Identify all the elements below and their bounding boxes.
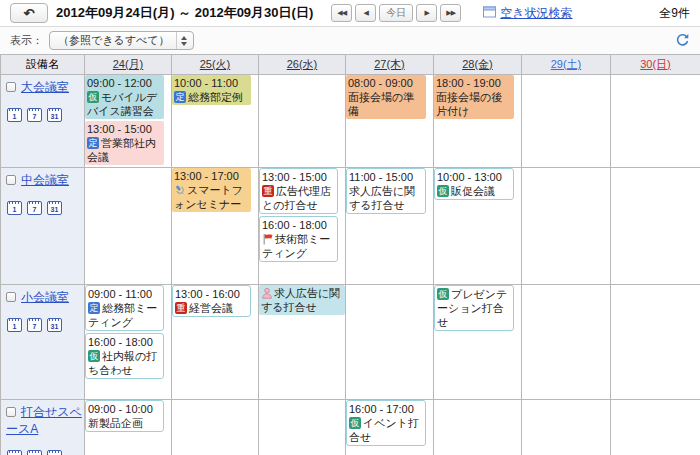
provisional-badge: 仮 [437, 185, 449, 197]
day-view-icon[interactable]: 1 [7, 318, 22, 332]
facility-checkbox[interactable] [6, 175, 16, 185]
day-header-link[interactable]: 27(木) [374, 58, 405, 70]
event[interactable]: 13:00 - 15:00定営業部社内会議 [85, 121, 164, 165]
facility-cell: 大会議室1731 [1, 75, 85, 168]
event-title-line: 新製品企画 [88, 416, 161, 430]
refresh-icon[interactable] [675, 33, 690, 48]
day-header: 24(月) [85, 55, 172, 75]
day-header-link[interactable]: 28(金) [462, 58, 493, 70]
calendar-window-icon [483, 4, 496, 22]
event-title: 販促会議 [451, 185, 495, 197]
event[interactable]: 09:00 - 10:00新製品企画 [85, 400, 164, 432]
day-cell: 13:00 - 15:00重広告代理店との打合せ16:00 - 18:00技術部… [259, 168, 346, 285]
day-cell [611, 75, 700, 168]
event[interactable]: 08:00 - 09:00面接会場の準備 [346, 75, 426, 119]
day-view-icon[interactable]: 1 [7, 450, 22, 455]
day-cell: 求人広告に関する打合せ [259, 285, 346, 400]
day-cell [522, 168, 611, 285]
day-header-link[interactable]: 25(火) [200, 58, 231, 70]
event[interactable]: 13:00 - 15:00重広告代理店との打合せ [259, 168, 338, 214]
week-view-icon[interactable]: 7 [27, 450, 42, 455]
event[interactable]: 16:00 - 18:00技術部ミーティング [259, 216, 338, 262]
view-switcher: 1731 [6, 108, 82, 122]
facility-link[interactable]: 大会議室 [21, 80, 69, 94]
filter-bar: 表示： （参照できるすべて） [0, 27, 700, 54]
event-time: 09:00 - 12:00 [87, 76, 162, 90]
day-header-link[interactable]: 26(水) [287, 58, 318, 70]
view-filter-label: 表示： [10, 33, 43, 48]
view-filter-select[interactable]: （参照できるすべて） [49, 31, 194, 50]
provisional-badge: 仮 [349, 417, 361, 429]
event[interactable]: 13:00 - 17:00スマートフォンセミナー [172, 168, 251, 212]
event[interactable]: 13:00 - 16:00重経営会議 [172, 285, 251, 317]
event-time: 13:00 - 15:00 [262, 170, 335, 184]
facility-checkbox[interactable] [6, 292, 16, 302]
facility-column-header: 設備名 [1, 55, 85, 75]
facility-checkbox[interactable] [6, 407, 16, 417]
next-week-double-button[interactable]: ▶▶ [440, 4, 461, 22]
event-title-line: 仮社内報の打ち合わせ [88, 349, 161, 377]
facility-name-line: 中会議室 [6, 172, 82, 189]
prev-week-double-button[interactable]: ◀◀ [331, 4, 352, 22]
day-header: 26(水) [259, 55, 346, 75]
facility-reservation-week-view: ↶ 2012年09月24日(月) ～ 2012年09月30日(日) ◀◀◀今日▶… [0, 0, 700, 455]
microphone-icon [174, 184, 187, 196]
day-view-icon[interactable]: 1 [7, 108, 22, 122]
facility-link[interactable]: 打合せスペースA [6, 405, 82, 436]
day-view-icon[interactable]: 1 [7, 201, 22, 215]
event[interactable]: 求人広告に関する打合せ [259, 285, 345, 315]
event[interactable]: 09:00 - 12:00仮モバイルデバイス講習会 [85, 75, 164, 119]
day-cell: 09:00 - 10:00新製品企画 [85, 400, 172, 455]
prev-week-button[interactable]: ◀ [355, 4, 376, 22]
facility-cell: 中会議室1731 [1, 168, 85, 285]
month-view-icon[interactable]: 31 [47, 318, 62, 332]
day-header-link[interactable]: 29(土) [551, 58, 582, 70]
event-time: 16:00 - 18:00 [88, 335, 161, 349]
event[interactable]: 09:00 - 11:00定総務部ミーティング [85, 285, 164, 331]
recurring-badge: 定 [174, 91, 186, 103]
day-header: 27(木) [346, 55, 434, 75]
facility-checkbox[interactable] [6, 82, 16, 92]
event[interactable]: 16:00 - 17:00仮イベント打合せ [346, 400, 426, 446]
facility-link[interactable]: 小会議室 [21, 290, 69, 304]
back-button[interactable]: ↶ [10, 3, 48, 23]
week-view-icon[interactable]: 7 [27, 318, 42, 332]
day-header-row: 設備名24(月)25(火)26(水)27(木)28(金)29(土)30(日) [1, 55, 700, 75]
facility-table-body: 大会議室173109:00 - 12:00仮モバイルデバイス講習会13:00 -… [1, 75, 700, 455]
event[interactable]: 11:00 - 15:00求人広告に関する打合せ [346, 168, 426, 214]
month-view-icon[interactable]: 31 [47, 201, 62, 215]
event-title: 経営会議 [189, 302, 233, 314]
availability-search-link[interactable]: 空き状況検索 [500, 5, 572, 22]
event-time: 10:00 - 11:00 [174, 76, 249, 90]
week-view-icon[interactable]: 7 [27, 108, 42, 122]
week-view-icon[interactable]: 7 [27, 201, 42, 215]
event[interactable]: 10:00 - 13:00仮販促会議 [434, 168, 514, 200]
event-time: 10:00 - 13:00 [437, 170, 511, 184]
day-header-link[interactable]: 24(月) [113, 58, 144, 70]
next-week-button[interactable]: ▶ [416, 4, 437, 22]
event[interactable]: 10:00 - 11:00定総務部定例 [172, 75, 251, 105]
day-cell [611, 168, 700, 285]
day-cell [611, 400, 700, 455]
facility-row: 大会議室173109:00 - 12:00仮モバイルデバイス講習会13:00 -… [1, 75, 700, 168]
month-view-icon[interactable]: 31 [47, 450, 62, 455]
total-count: 全9件 [659, 5, 690, 22]
important-badge: 重 [175, 302, 187, 314]
day-cell: 仮プレゼンテーション打合せ [434, 285, 522, 400]
date-range-title: 2012年09月24日(月) ～ 2012年09月30日(日) [56, 4, 313, 22]
today-button[interactable]: 今日 [379, 4, 413, 22]
day-cell [346, 285, 434, 400]
event[interactable]: 18:00 - 19:00面接会場の後片付け [434, 75, 514, 119]
month-view-icon[interactable]: 31 [47, 108, 62, 122]
facility-name-line: 打合せスペースA [6, 404, 82, 438]
day-cell [522, 285, 611, 400]
nav-buttons: ◀◀◀今日▶▶▶ [331, 4, 461, 22]
event-title-line: 重広告代理店との打合せ [262, 184, 335, 212]
event-title-line: 面接会場の準備 [348, 90, 424, 118]
event[interactable]: 仮プレゼンテーション打合せ [434, 285, 514, 331]
facility-link[interactable]: 中会議室 [21, 173, 69, 187]
view-switcher: 1731 [6, 450, 82, 455]
event[interactable]: 16:00 - 18:00仮社内報の打ち合わせ [85, 333, 164, 379]
provisional-badge: 仮 [87, 91, 99, 103]
day-header-link[interactable]: 30(日) [640, 58, 671, 70]
